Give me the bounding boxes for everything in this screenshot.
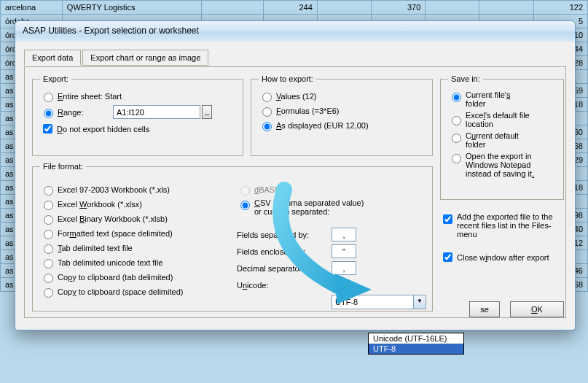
radio-copy-tab[interactable] <box>44 274 53 283</box>
label-entire-sheet: Entire sheet: Start <box>58 92 122 101</box>
radio-excel-default[interactable] <box>452 116 461 125</box>
how-legend: How to export: <box>259 74 316 83</box>
radio-copy-space[interactable] <box>44 288 53 298</box>
label-xlsb: Excel Binary Workbook (*.xlsb) <box>58 214 168 223</box>
label-current-folder: Current file'sfolder <box>466 90 510 108</box>
cell[interactable] <box>479 1 533 15</box>
combo-encoding[interactable]: UTF-8 ▼ <box>332 295 426 309</box>
radio-xls[interactable] <box>44 186 53 196</box>
checkbox-unicode[interactable] <box>334 280 344 290</box>
label-formulas: Formulas (=3*E6) <box>276 107 340 115</box>
label-as-displayed: As displayed (EUR 12,00) <box>276 121 369 130</box>
radio-dbase <box>240 186 250 196</box>
label-copy-tab: Copy to clipboard (tab delimited) <box>58 273 173 282</box>
label-csv: CSV (comma separated value)or custom sep… <box>254 198 364 216</box>
label-values: Values (12) <box>276 92 316 101</box>
input-dec-sep[interactable] <box>332 261 356 275</box>
cell[interactable]: 370 <box>372 1 426 15</box>
dialog-title: ASAP Utilities - Export selection or wor… <box>23 26 199 36</box>
savein-fieldset: Save in: Current file'sfolder Excel's de… <box>440 74 564 200</box>
label-copy-space: Copy to clipboard (space delimited) <box>58 287 183 296</box>
label-add-recent: Add the exported file to the recent file… <box>457 212 564 239</box>
encoding-dropdown-list[interactable]: Unicode (UTF-16LE) UTF-8 <box>368 333 464 355</box>
input-fields-enc[interactable] <box>332 244 356 258</box>
label-fields-sep: Fields separated by: <box>237 231 332 239</box>
cell[interactable]: QWERTY Logistics <box>62 1 201 15</box>
label-tab-text: Tab delimited text file <box>58 244 133 252</box>
label-close-window: Close window after export <box>457 253 549 262</box>
radio-entire-sheet[interactable] <box>44 93 53 102</box>
label-open-notepad: Open the export in Windows Notepad inste… <box>466 152 556 178</box>
how-fieldset: How to export: Values (12) Formulas (=3*… <box>251 74 433 156</box>
checkbox-add-recent[interactable] <box>443 214 452 224</box>
radio-fmt-text[interactable] <box>44 230 53 239</box>
export-legend: Export: <box>40 74 71 83</box>
label-dec-sep: Decimal separator: <box>237 264 332 273</box>
label-unicode: Unicode: <box>237 281 332 290</box>
label-xlsx: Excel Workbook (*.xlsx) <box>58 200 142 209</box>
radio-tab-text[interactable] <box>44 244 53 254</box>
cell[interactable] <box>201 1 263 15</box>
encoding-option-utf8[interactable]: UTF-8 <box>369 344 463 354</box>
checkbox-close-window[interactable] <box>443 252 452 262</box>
label-xls: Excel 97-2003 Workbook (*.xls) <box>58 185 170 194</box>
cell[interactable]: 244 <box>263 1 317 15</box>
close-button[interactable]: se <box>469 301 500 317</box>
input-fields-sep[interactable] <box>332 228 356 241</box>
ok-button[interactable]: OK <box>510 301 564 317</box>
dialog-titlebar[interactable]: ASAP Utilities - Export selection or wor… <box>15 21 575 42</box>
tab-export-chart[interactable]: Export chart or range as image <box>82 50 208 66</box>
radio-xlsx[interactable] <box>44 201 53 210</box>
radio-values[interactable] <box>262 93 272 102</box>
range-input[interactable] <box>113 105 200 119</box>
label-fmt-text: Formatted text (space delimited) <box>58 229 173 238</box>
radio-xlsb[interactable] <box>44 215 53 225</box>
savein-legend: Save in: <box>448 74 483 83</box>
tab-export-data[interactable]: Export data <box>24 50 81 66</box>
label-dbase: dBASE IV <box>254 185 290 194</box>
export-dialog: ASAP Utilities - Export selection or wor… <box>15 20 576 330</box>
radio-current-folder[interactable] <box>452 93 461 102</box>
label-current-default: Current defaultfolder <box>466 131 519 149</box>
label-tab-unicode: Tab delimited unicode text file <box>58 258 162 267</box>
radio-current-default[interactable] <box>452 134 461 143</box>
fileformat-legend: File format: <box>40 162 86 171</box>
label-excel-default: Excel's default file location <box>466 111 556 128</box>
label-no-hidden: Do not export hidden cells <box>57 125 149 134</box>
radio-open-notepad[interactable] <box>452 154 461 163</box>
export-fieldset: Export: Entire sheet: Start Range: _ Do … <box>32 74 243 156</box>
radio-as-displayed[interactable] <box>262 122 272 131</box>
combo-encoding-value: UTF-8 <box>335 298 358 306</box>
label-range: Range: <box>58 108 98 117</box>
radio-tab-unicode[interactable] <box>44 259 53 268</box>
radio-formulas[interactable] <box>262 107 272 117</box>
cell[interactable]: arcelona <box>1 1 63 15</box>
cell[interactable] <box>317 1 371 15</box>
chevron-down-icon[interactable]: ▼ <box>413 295 426 309</box>
radio-range[interactable] <box>44 109 53 118</box>
cell[interactable] <box>426 1 479 15</box>
range-picker-button[interactable]: _ <box>202 105 212 119</box>
encoding-option-utf16[interactable]: Unicode (UTF-16LE) <box>369 333 463 344</box>
label-fields-enc: Fields enclosed by: <box>237 247 332 256</box>
radio-csv[interactable] <box>240 201 250 210</box>
fileformat-fieldset: File format: Excel 97-2003 Workbook (*.x… <box>32 162 433 312</box>
cell[interactable]: 122 <box>533 1 587 15</box>
checkbox-no-hidden[interactable] <box>43 124 52 134</box>
